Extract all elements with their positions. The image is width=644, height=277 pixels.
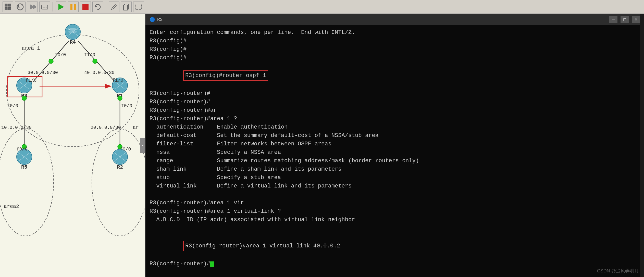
svg-text:f0/0: f0/0	[55, 52, 66, 57]
svg-text:f1/0: f1/0	[26, 78, 36, 83]
terminal-line-1: Enter configuration commands, one per li…	[150, 28, 640, 37]
svg-rect-2	[5, 7, 7, 10]
toolbar-btn-cmd[interactable]: ─▷	[39, 2, 50, 12]
toolbar-btn-edit[interactable]	[109, 2, 119, 12]
terminal-line-6: R3(config-router)#	[150, 89, 640, 98]
svg-text:R4: R4	[70, 39, 76, 45]
terminal-panel: 🔵 R3 ─ □ ✕ Enter configuration commands,…	[145, 14, 644, 277]
toolbar-btn-forward[interactable]	[27, 2, 38, 12]
svg-text:f0/0: f0/0	[120, 147, 131, 152]
separator-1	[53, 2, 53, 11]
terminal-line-14: range Summarize routes matching address/…	[150, 157, 640, 165]
svg-point-4	[17, 4, 23, 10]
svg-rect-11	[74, 4, 76, 10]
svg-marker-6	[33, 4, 36, 9]
svg-text:area 1: area 1	[22, 45, 40, 51]
svg-rect-1	[8, 4, 11, 6]
svg-point-54	[49, 59, 53, 64]
watermark-text: CSDN @追风弄明月	[597, 268, 639, 273]
terminal-line-11: default-cost Set the summary default-cos…	[150, 131, 640, 140]
terminal-line-24: R3(config-router)#	[150, 260, 640, 268]
svg-text:40.0.0.0/30: 40.0.0.0/30	[84, 70, 115, 75]
terminal-line-17: virtual-link Define a virtual link and i…	[150, 182, 640, 190]
svg-rect-17	[136, 4, 141, 10]
terminal-line-16: stub Specify a stub area	[150, 173, 640, 182]
svg-text:30.0.0.0/30: 30.0.0.0/30	[28, 70, 58, 75]
toolbar-btn-grid[interactable]	[3, 2, 13, 12]
svg-text:f0/0: f0/0	[7, 103, 18, 108]
terminal-title: 🔵 R3	[150, 17, 163, 22]
terminal-scrollbar[interactable]	[640, 14, 644, 277]
svg-text:ar: ar	[133, 124, 139, 130]
svg-text:f0/0: f0/0	[17, 147, 28, 152]
terminal-line-2: R3(config)#	[150, 37, 640, 45]
svg-rect-10	[70, 4, 72, 10]
svg-point-55	[93, 59, 97, 64]
terminal-line-13: nssa Specify a NSSA area	[150, 148, 640, 157]
terminal-body[interactable]: Enter configuration commands, one per li…	[145, 25, 644, 277]
svg-point-56	[22, 96, 27, 100]
terminal-line-20: R3(config-router)#area 1 virtual-link ?	[150, 207, 640, 216]
terminal-line-10: authentication Enable authentication	[150, 123, 640, 131]
terminal-line-23: R3(config-router)#area 1 virtual-link 40…	[150, 232, 640, 260]
svg-text:R5: R5	[21, 164, 27, 170]
network-diagram-panel: R4 R3 R1	[0, 14, 145, 277]
terminal-icon: 🔵	[150, 17, 155, 22]
toolbar-btn-stop[interactable]	[80, 2, 91, 12]
svg-text:20.0.0.0/30: 20.0.0.0/30	[91, 125, 121, 130]
toolbar-btn-play[interactable]	[56, 2, 66, 12]
svg-rect-0	[5, 4, 7, 6]
toolbar-btn-pause[interactable]	[68, 2, 79, 12]
svg-rect-18	[0, 14, 145, 277]
terminal-line-21: A.B.C.D ID (IP addr) associated with vir…	[150, 216, 640, 224]
cmd-router-ospf: R3(config)#router ospf 1	[183, 70, 268, 81]
watermark: CSDN @追风弄明月	[597, 268, 639, 274]
svg-text:f1/0: f1/0	[112, 78, 123, 83]
diagram-area: R4 R3 R1	[0, 14, 145, 277]
terminal-line-19: R3(config-router)#area 1 vir	[150, 199, 640, 207]
terminal-line-4: R3(config)#	[150, 54, 640, 62]
svg-rect-3	[8, 7, 11, 10]
terminal-line-9: R3(config-router)#area 1 ?	[150, 115, 640, 123]
close-button[interactable]: ✕	[632, 16, 640, 23]
terminal-line-7: R3(config-router)#	[150, 98, 640, 106]
terminal-line-22	[150, 224, 640, 232]
svg-text:area2: area2	[4, 204, 19, 209]
terminal-window: 🔵 R3 ─ □ ✕ Enter configuration commands,…	[145, 14, 644, 277]
terminal-line-3: R3(config)#	[150, 45, 640, 54]
terminal-line-18	[150, 190, 640, 199]
terminal-line-12: filter-list Filter networks between OSPF…	[150, 140, 640, 148]
toolbar: ─▷	[0, 0, 644, 14]
svg-text:─▷: ─▷	[43, 6, 47, 9]
svg-rect-12	[82, 4, 89, 10]
svg-line-14	[115, 5, 116, 6]
toolbar-btn-copy[interactable]	[121, 2, 132, 12]
terminal-line-15: sham-link Define a sham link and its par…	[150, 165, 640, 173]
toolbar-btn-undo[interactable]	[15, 2, 26, 12]
terminal-line-8: R3(config-router)#ar	[150, 106, 640, 115]
svg-point-57	[118, 96, 122, 100]
collapse-panel-button[interactable]: ›	[140, 138, 145, 153]
toolbar-btn-refresh[interactable]	[92, 2, 103, 12]
terminal-titlebar: 🔵 R3 ─ □ ✕	[145, 14, 644, 25]
maximize-button[interactable]: □	[621, 16, 629, 23]
terminal-line-5: R3(config)#router ospf 1	[150, 62, 640, 89]
toolbar-btn-select[interactable]	[133, 2, 144, 12]
terminal-title-text: R3	[157, 17, 163, 22]
svg-text:f1/0: f1/0	[84, 52, 95, 57]
svg-rect-16	[123, 5, 128, 10]
svg-marker-13	[95, 5, 97, 7]
main-area: R4 R3 R1	[0, 14, 644, 277]
svg-marker-9	[58, 4, 64, 10]
separator-2	[106, 2, 106, 11]
terminal-controls: ─ □ ✕	[609, 16, 640, 23]
cmd-virtual-link: R3(config-router)#area 1 virtual-link 40…	[183, 241, 342, 251]
terminal-cursor	[210, 261, 214, 267]
svg-text:10.0.0.0/30: 10.0.0.0/30	[1, 125, 32, 130]
minimize-button[interactable]: ─	[609, 16, 617, 23]
svg-text:f0/0: f0/0	[121, 103, 132, 108]
svg-text:R2: R2	[117, 164, 123, 170]
